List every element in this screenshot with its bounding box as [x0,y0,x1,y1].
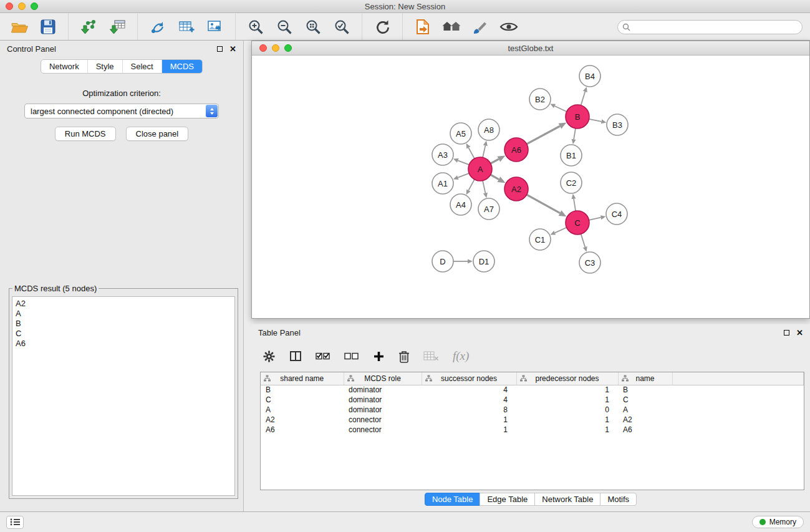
mcds-result-item[interactable]: A2 [16,299,231,309]
show-graphics-button[interactable] [497,16,521,38]
new-table-button[interactable] [175,16,198,38]
maximize-network-button[interactable] [284,44,292,52]
close-network-button[interactable] [259,44,267,52]
mcds-result-item[interactable]: A [16,309,231,319]
zoom-out-button[interactable] [272,16,296,38]
network-edge-C-C2[interactable] [574,199,576,211]
table-row[interactable]: Adominator80A [261,405,804,415]
tab-style[interactable]: Style [88,60,123,73]
table-row[interactable]: A6connector11A6 [261,425,804,435]
open-session-button[interactable] [7,16,31,38]
memory-button[interactable]: Memory [752,516,804,528]
network-node-B2[interactable]: B2 [529,89,551,110]
network-node-A6[interactable]: A6 [504,138,528,162]
apply-layout-button[interactable] [370,16,394,38]
network-node-A[interactable]: A [468,157,492,181]
home-networks-button[interactable] [440,16,463,38]
network-node-A8[interactable]: A8 [478,119,499,140]
table-row[interactable]: A2connector11A2 [261,415,804,425]
network-node-C3[interactable]: C3 [579,252,600,273]
task-history-button[interactable] [6,516,24,529]
minimize-window-button[interactable] [18,2,26,10]
network-edge-A-A8[interactable] [483,145,485,157]
column-header-shared-name[interactable]: shared name [261,372,344,385]
tab-mcds[interactable]: MCDS [162,60,202,73]
network-node-B1[interactable]: B1 [561,145,582,166]
new-network-button[interactable] [146,16,170,38]
mcds-result-item[interactable]: B [16,319,231,329]
tab-motifs[interactable]: Motifs [600,493,637,506]
zoom-selected-button[interactable] [330,16,354,38]
run-mcds-button[interactable]: Run MCDS [55,127,116,141]
close-panel-button[interactable]: Close panel [126,127,189,141]
network-edge-A2-C[interactable] [527,195,560,213]
mcds-result-list[interactable]: A2ABCA6 [12,296,235,496]
save-session-button[interactable] [36,16,60,38]
import-table-button[interactable] [105,16,129,38]
network-node-C2[interactable]: C2 [561,172,582,193]
network-edge-A-A4[interactable] [468,180,475,190]
network-edge-C-C4[interactable] [589,218,601,220]
network-node-B3[interactable]: B3 [607,114,628,135]
delete-column-button[interactable] [398,350,410,363]
network-edge-A-A1[interactable] [458,173,469,178]
network-edge-B-B1[interactable] [574,128,576,140]
network-edge-B-B2[interactable] [555,106,567,112]
tab-edge-table[interactable]: Edge Table [480,493,535,506]
import-network-button[interactable] [77,16,100,38]
table-settings-button[interactable] [263,350,276,363]
network-canvas[interactable]: B4B2BB3A5A8A6A3B1AA1C2A2A4A7C4CC1C3DD1 [252,56,809,318]
network-node-A4[interactable]: A4 [450,194,471,215]
network-edge-B-B4[interactable] [581,92,586,105]
close-table-panel-icon[interactable]: ✕ [796,329,803,337]
zoom-in-button[interactable] [244,16,268,38]
close-window-button[interactable] [6,2,13,10]
network-node-A7[interactable]: A7 [478,198,499,220]
create-column-button[interactable] [373,351,385,362]
column-header-predecessor-nodes[interactable]: predecessor nodes [516,372,618,385]
function-builder-button[interactable]: f(x) [453,349,469,363]
float-panel-icon[interactable] [217,46,223,52]
network-edge-A-A5[interactable] [468,148,475,158]
network-node-C[interactable]: C [566,211,589,235]
network-node-C4[interactable]: C4 [606,203,627,225]
network-node-D[interactable]: D [432,251,453,272]
tab-node-table[interactable]: Node Table [425,493,481,506]
fullscreen-window-button[interactable] [31,2,38,10]
network-node-D1[interactable]: D1 [473,251,494,272]
network-node-A1[interactable]: A1 [432,173,453,194]
mcds-result-item[interactable]: C [16,329,231,339]
network-edge-A6-B[interactable] [527,126,560,144]
network-node-B4[interactable]: B4 [579,65,600,87]
table-row[interactable]: Cdominator41C [261,395,804,405]
network-node-A2[interactable]: A2 [504,177,528,201]
search-input[interactable] [617,20,803,34]
network-node-A5[interactable]: A5 [450,123,471,144]
network-edge-A-A3[interactable] [458,160,469,165]
network-edge-A-A6[interactable] [491,159,499,163]
table-row[interactable]: Bdominator41B [261,385,804,395]
export-image-button[interactable] [203,16,227,38]
network-edge-B-B3[interactable] [589,119,602,122]
select-all-rows-button[interactable] [316,351,330,362]
apply-style-button[interactable] [468,16,492,38]
network-node-C1[interactable]: C1 [529,229,551,250]
network-edge-A-A2[interactable] [491,175,499,179]
close-panel-icon[interactable]: ✕ [229,45,236,53]
delete-table-button[interactable] [423,351,439,362]
minimize-network-button[interactable] [272,44,279,52]
mcds-result-item[interactable]: A6 [16,339,231,349]
tab-network-table[interactable]: Network Table [534,493,600,506]
tab-select[interactable]: Select [123,60,162,73]
deselect-all-rows-button[interactable] [344,351,359,362]
column-header-successor-nodes[interactable]: successor nodes [422,372,516,385]
network-node-B[interactable]: B [566,105,589,128]
tab-network[interactable]: Network [41,60,88,73]
float-table-panel-icon[interactable] [784,330,789,336]
column-header-MCDS-role[interactable]: MCDS role [344,372,422,385]
network-node-A3[interactable]: A3 [432,144,453,165]
network-edge-C-C1[interactable] [555,228,567,233]
zoom-fit-button[interactable] [301,16,325,38]
network-edge-C-C3[interactable] [581,234,586,247]
network-edge-A-A7[interactable] [483,181,485,193]
